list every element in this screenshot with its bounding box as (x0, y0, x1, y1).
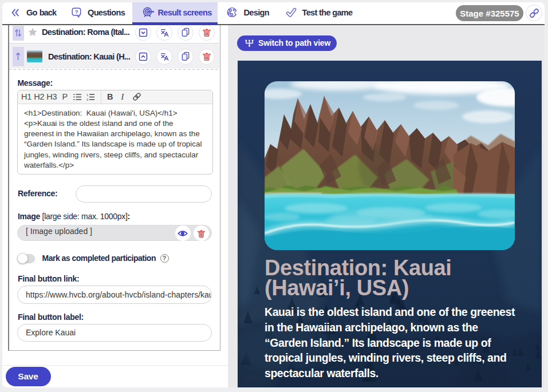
svg-text:1: 1 (86, 93, 88, 97)
svg-text:?: ? (75, 8, 78, 14)
svg-text:3: 3 (86, 97, 88, 101)
